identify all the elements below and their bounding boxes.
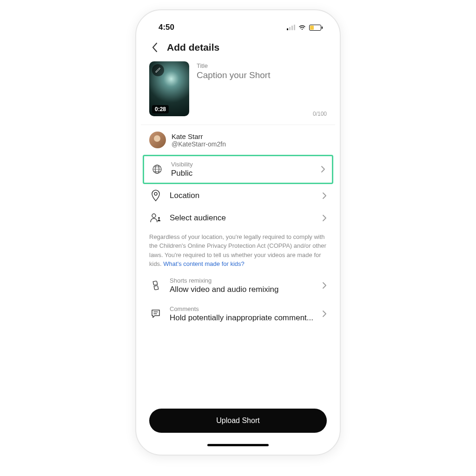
wifi-icon — [298, 24, 306, 31]
visibility-highlight: Visibility Public — [143, 155, 333, 184]
remix-icon — [149, 280, 162, 291]
user-handle: @KateStarr-om2fn — [172, 140, 226, 148]
video-thumbnail[interactable]: 0:28 — [149, 61, 189, 116]
comments-icon — [149, 309, 162, 319]
visibility-value: Public — [171, 169, 313, 178]
audience-icon — [149, 213, 162, 223]
legal-text: Regardless of your location, you're lega… — [141, 229, 335, 271]
page-title: Add details — [167, 42, 219, 53]
chevron-right-icon — [322, 310, 327, 317]
svg-point-4 — [158, 217, 160, 219]
caption-section: 0:28 Title 0/100 — [141, 61, 335, 122]
chevron-right-icon — [322, 214, 327, 222]
avatar — [149, 132, 166, 148]
chevron-left-icon — [152, 42, 158, 53]
phone-side-buttons-left — [135, 108, 136, 195]
comments-label: Comments — [170, 305, 315, 313]
cellular-icon — [287, 25, 295, 30]
comments-value: Hold potentially inappropriate comment..… — [170, 313, 315, 323]
pencil-icon — [155, 67, 161, 73]
home-indicator — [207, 444, 269, 446]
battery-icon — [309, 25, 321, 31]
legal-link[interactable]: What's content made for kids? — [163, 260, 244, 267]
svg-point-3 — [152, 214, 156, 218]
back-button[interactable] — [149, 42, 160, 53]
chevron-right-icon — [322, 192, 327, 199]
chevron-right-icon — [322, 282, 327, 289]
footer: Upload Short — [141, 404, 335, 444]
screen: 4:50 Add details — [141, 15, 335, 450]
phone-side-button-right — [340, 131, 341, 167]
phone-mockup: 4:50 Add details — [135, 9, 341, 456]
comments-row[interactable]: Comments Hold potentially inappropriate … — [141, 300, 335, 328]
upload-short-button[interactable]: Upload Short — [149, 409, 327, 433]
remix-row[interactable]: Shorts remixing Allow video and audio re… — [141, 271, 335, 300]
audience-value: Select audience — [170, 213, 315, 223]
edit-thumbnail-button[interactable] — [152, 64, 164, 76]
svg-point-2 — [154, 192, 157, 195]
status-time: 4:50 — [159, 23, 174, 32]
remix-label: Shorts remixing — [170, 277, 315, 285]
visibility-row[interactable]: Visibility Public — [144, 156, 332, 183]
remix-value: Allow video and audio remixing — [170, 285, 315, 294]
page-header: Add details — [141, 40, 335, 61]
globe-icon — [151, 164, 164, 175]
user-name: Kate Starr — [172, 132, 226, 140]
caption-input[interactable] — [197, 70, 327, 80]
status-bar: 4:50 — [141, 15, 335, 40]
audience-row[interactable]: Select audience — [141, 207, 335, 229]
chevron-right-icon — [321, 165, 325, 173]
location-value: Location — [170, 191, 315, 200]
user-row: Kate Starr @KateStarr-om2fn — [141, 125, 335, 155]
char-count: 0/100 — [313, 111, 327, 117]
location-pin-icon — [149, 190, 162, 202]
status-right — [287, 24, 321, 31]
duration-badge: 0:28 — [152, 105, 169, 113]
location-row[interactable]: Location — [141, 184, 335, 207]
title-label: Title — [197, 62, 327, 69]
visibility-label: Visibility — [171, 161, 313, 169]
